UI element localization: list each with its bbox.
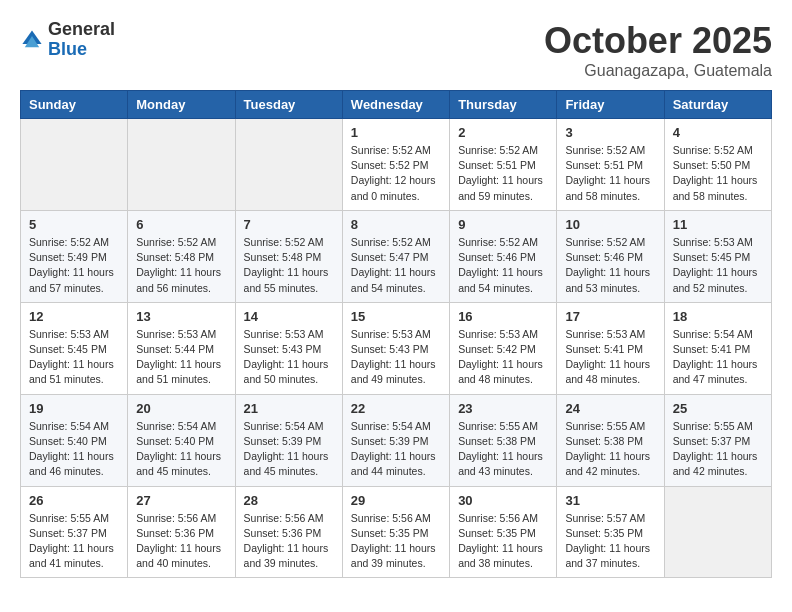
logo-blue: Blue — [48, 40, 115, 60]
day-info: Sunrise: 5:53 AMSunset: 5:42 PMDaylight:… — [458, 327, 548, 388]
day-info: Sunrise: 5:53 AMSunset: 5:43 PMDaylight:… — [351, 327, 441, 388]
calendar-cell: 31Sunrise: 5:57 AMSunset: 5:35 PMDayligh… — [557, 486, 664, 578]
day-info: Sunrise: 5:56 AMSunset: 5:35 PMDaylight:… — [351, 511, 441, 572]
logo: General Blue — [20, 20, 115, 60]
day-number: 10 — [565, 217, 655, 232]
day-info: Sunrise: 5:52 AMSunset: 5:52 PMDaylight:… — [351, 143, 441, 204]
calendar-cell: 12Sunrise: 5:53 AMSunset: 5:45 PMDayligh… — [21, 302, 128, 394]
calendar-cell: 4Sunrise: 5:52 AMSunset: 5:50 PMDaylight… — [664, 119, 771, 211]
day-info: Sunrise: 5:56 AMSunset: 5:35 PMDaylight:… — [458, 511, 548, 572]
calendar-cell: 16Sunrise: 5:53 AMSunset: 5:42 PMDayligh… — [450, 302, 557, 394]
calendar-cell: 8Sunrise: 5:52 AMSunset: 5:47 PMDaylight… — [342, 210, 449, 302]
calendar-cell: 15Sunrise: 5:53 AMSunset: 5:43 PMDayligh… — [342, 302, 449, 394]
day-info: Sunrise: 5:52 AMSunset: 5:46 PMDaylight:… — [458, 235, 548, 296]
day-number: 18 — [673, 309, 763, 324]
calendar-cell: 28Sunrise: 5:56 AMSunset: 5:36 PMDayligh… — [235, 486, 342, 578]
day-number: 5 — [29, 217, 119, 232]
page-header: General Blue October 2025 Guanagazapa, G… — [20, 20, 772, 80]
day-number: 13 — [136, 309, 226, 324]
day-number: 20 — [136, 401, 226, 416]
calendar-cell: 20Sunrise: 5:54 AMSunset: 5:40 PMDayligh… — [128, 394, 235, 486]
weekday-header-friday: Friday — [557, 91, 664, 119]
weekday-header-row: SundayMondayTuesdayWednesdayThursdayFrid… — [21, 91, 772, 119]
weekday-header-sunday: Sunday — [21, 91, 128, 119]
day-number: 1 — [351, 125, 441, 140]
day-info: Sunrise: 5:55 AMSunset: 5:38 PMDaylight:… — [458, 419, 548, 480]
calendar-cell: 3Sunrise: 5:52 AMSunset: 5:51 PMDaylight… — [557, 119, 664, 211]
location: Guanagazapa, Guatemala — [544, 62, 772, 80]
calendar-cell — [128, 119, 235, 211]
day-number: 25 — [673, 401, 763, 416]
calendar-week-row: 1Sunrise: 5:52 AMSunset: 5:52 PMDaylight… — [21, 119, 772, 211]
day-number: 24 — [565, 401, 655, 416]
calendar-cell: 21Sunrise: 5:54 AMSunset: 5:39 PMDayligh… — [235, 394, 342, 486]
calendar-cell: 18Sunrise: 5:54 AMSunset: 5:41 PMDayligh… — [664, 302, 771, 394]
calendar-body: 1Sunrise: 5:52 AMSunset: 5:52 PMDaylight… — [21, 119, 772, 578]
day-info: Sunrise: 5:52 AMSunset: 5:49 PMDaylight:… — [29, 235, 119, 296]
day-info: Sunrise: 5:56 AMSunset: 5:36 PMDaylight:… — [244, 511, 334, 572]
day-number: 17 — [565, 309, 655, 324]
day-number: 14 — [244, 309, 334, 324]
day-number: 23 — [458, 401, 548, 416]
day-info: Sunrise: 5:54 AMSunset: 5:41 PMDaylight:… — [673, 327, 763, 388]
day-info: Sunrise: 5:54 AMSunset: 5:39 PMDaylight:… — [244, 419, 334, 480]
calendar-cell: 25Sunrise: 5:55 AMSunset: 5:37 PMDayligh… — [664, 394, 771, 486]
day-number: 16 — [458, 309, 548, 324]
day-info: Sunrise: 5:52 AMSunset: 5:50 PMDaylight:… — [673, 143, 763, 204]
calendar-cell: 7Sunrise: 5:52 AMSunset: 5:48 PMDaylight… — [235, 210, 342, 302]
calendar-cell: 6Sunrise: 5:52 AMSunset: 5:48 PMDaylight… — [128, 210, 235, 302]
weekday-header-tuesday: Tuesday — [235, 91, 342, 119]
calendar-week-row: 26Sunrise: 5:55 AMSunset: 5:37 PMDayligh… — [21, 486, 772, 578]
day-info: Sunrise: 5:56 AMSunset: 5:36 PMDaylight:… — [136, 511, 226, 572]
calendar-week-row: 5Sunrise: 5:52 AMSunset: 5:49 PMDaylight… — [21, 210, 772, 302]
calendar-cell: 2Sunrise: 5:52 AMSunset: 5:51 PMDaylight… — [450, 119, 557, 211]
weekday-header-thursday: Thursday — [450, 91, 557, 119]
day-info: Sunrise: 5:55 AMSunset: 5:37 PMDaylight:… — [673, 419, 763, 480]
weekday-header-monday: Monday — [128, 91, 235, 119]
calendar-cell: 17Sunrise: 5:53 AMSunset: 5:41 PMDayligh… — [557, 302, 664, 394]
calendar-cell: 24Sunrise: 5:55 AMSunset: 5:38 PMDayligh… — [557, 394, 664, 486]
day-info: Sunrise: 5:52 AMSunset: 5:46 PMDaylight:… — [565, 235, 655, 296]
day-number: 4 — [673, 125, 763, 140]
day-info: Sunrise: 5:52 AMSunset: 5:51 PMDaylight:… — [565, 143, 655, 204]
day-info: Sunrise: 5:53 AMSunset: 5:43 PMDaylight:… — [244, 327, 334, 388]
day-number: 2 — [458, 125, 548, 140]
day-info: Sunrise: 5:52 AMSunset: 5:47 PMDaylight:… — [351, 235, 441, 296]
calendar-cell: 29Sunrise: 5:56 AMSunset: 5:35 PMDayligh… — [342, 486, 449, 578]
day-number: 8 — [351, 217, 441, 232]
day-info: Sunrise: 5:53 AMSunset: 5:45 PMDaylight:… — [673, 235, 763, 296]
day-info: Sunrise: 5:54 AMSunset: 5:40 PMDaylight:… — [136, 419, 226, 480]
day-number: 31 — [565, 493, 655, 508]
day-info: Sunrise: 5:57 AMSunset: 5:35 PMDaylight:… — [565, 511, 655, 572]
calendar-cell: 27Sunrise: 5:56 AMSunset: 5:36 PMDayligh… — [128, 486, 235, 578]
day-number: 6 — [136, 217, 226, 232]
day-number: 21 — [244, 401, 334, 416]
calendar-cell — [21, 119, 128, 211]
day-number: 30 — [458, 493, 548, 508]
calendar-cell: 13Sunrise: 5:53 AMSunset: 5:44 PMDayligh… — [128, 302, 235, 394]
calendar-cell: 5Sunrise: 5:52 AMSunset: 5:49 PMDaylight… — [21, 210, 128, 302]
day-number: 7 — [244, 217, 334, 232]
day-info: Sunrise: 5:52 AMSunset: 5:48 PMDaylight:… — [244, 235, 334, 296]
calendar-cell: 9Sunrise: 5:52 AMSunset: 5:46 PMDaylight… — [450, 210, 557, 302]
day-info: Sunrise: 5:54 AMSunset: 5:39 PMDaylight:… — [351, 419, 441, 480]
calendar-cell: 26Sunrise: 5:55 AMSunset: 5:37 PMDayligh… — [21, 486, 128, 578]
month-title: October 2025 — [544, 20, 772, 62]
logo-icon — [20, 28, 44, 52]
day-info: Sunrise: 5:53 AMSunset: 5:44 PMDaylight:… — [136, 327, 226, 388]
day-info: Sunrise: 5:54 AMSunset: 5:40 PMDaylight:… — [29, 419, 119, 480]
weekday-header-saturday: Saturday — [664, 91, 771, 119]
title-block: October 2025 Guanagazapa, Guatemala — [544, 20, 772, 80]
calendar-week-row: 12Sunrise: 5:53 AMSunset: 5:45 PMDayligh… — [21, 302, 772, 394]
day-number: 27 — [136, 493, 226, 508]
calendar-cell: 1Sunrise: 5:52 AMSunset: 5:52 PMDaylight… — [342, 119, 449, 211]
calendar-cell: 11Sunrise: 5:53 AMSunset: 5:45 PMDayligh… — [664, 210, 771, 302]
calendar-table: SundayMondayTuesdayWednesdayThursdayFrid… — [20, 90, 772, 578]
day-number: 26 — [29, 493, 119, 508]
calendar-cell — [664, 486, 771, 578]
calendar-cell — [235, 119, 342, 211]
day-number: 11 — [673, 217, 763, 232]
day-info: Sunrise: 5:52 AMSunset: 5:51 PMDaylight:… — [458, 143, 548, 204]
day-number: 3 — [565, 125, 655, 140]
calendar-cell: 10Sunrise: 5:52 AMSunset: 5:46 PMDayligh… — [557, 210, 664, 302]
